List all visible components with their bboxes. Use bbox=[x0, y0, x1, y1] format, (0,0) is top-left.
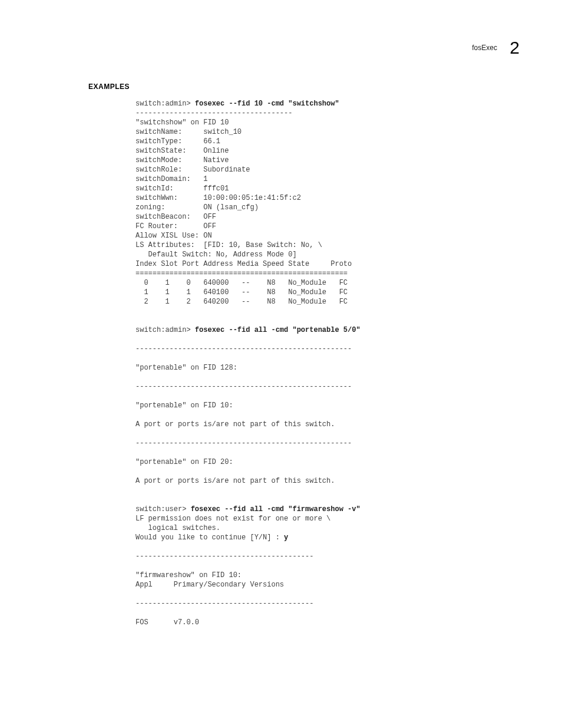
output-line: Would you like to continue [Y/N] : y bbox=[135, 533, 288, 542]
table-row: 2 1 2 640200 -- N8 No_Module FC bbox=[135, 298, 348, 306]
output-line: FOS v7.0.0 bbox=[135, 618, 199, 627]
table-header: Index Slot Port Address Media Speed Stat… bbox=[135, 260, 352, 268]
kv-row: switchRole: Subordinate bbox=[135, 166, 250, 174]
kv-row: FC Router: OFF bbox=[135, 222, 216, 230]
prompt: switch:user> bbox=[135, 505, 191, 513]
kv-row: switchType: 66.1 bbox=[135, 137, 220, 146]
command: fosexec --fid all -cmd "firmwareshow -v" bbox=[191, 505, 361, 513]
prompt: switch:admin> bbox=[135, 100, 195, 108]
prompt: switch:admin> bbox=[135, 326, 195, 334]
table-row: 1 1 1 640100 -- N8 No_Module FC bbox=[135, 288, 348, 297]
separator: ------------------------------------- bbox=[135, 109, 292, 117]
output-line: "portenable" on FID 128: bbox=[135, 364, 237, 372]
code-area: switch:admin> fosexec --fid 10 -cmd "swi… bbox=[135, 99, 501, 627]
kv-row: switchWwn: 10:00:00:05:1e:41:5f:c2 bbox=[135, 194, 301, 202]
kv-row: switchState: Online bbox=[135, 147, 229, 155]
header-title: fosExec bbox=[472, 44, 497, 52]
separator: ----------------------------------------… bbox=[135, 439, 352, 447]
output-line: A port or ports is/are not part of this … bbox=[135, 477, 335, 485]
example-block-1: switch:admin> fosexec --fid 10 -cmd "swi… bbox=[135, 99, 501, 307]
output-line: "portenable" on FID 20: bbox=[135, 458, 233, 466]
output-line: Default Switch: No, Address Mode 0] bbox=[135, 251, 297, 259]
kv-row: zoning: ON (lsan_cfg) bbox=[135, 203, 259, 212]
kv-row: Allow XISL Use: ON bbox=[135, 232, 212, 240]
example-block-2: switch:admin> fosexec --fid all -cmd "po… bbox=[135, 325, 501, 486]
kv-row: switchName: switch_10 bbox=[135, 128, 242, 136]
output-line: Appl Primary/Secondary Versions bbox=[135, 581, 284, 589]
output-line: "firmwareshow" on FID 10: bbox=[135, 571, 242, 579]
output-line: logical switches. bbox=[135, 524, 220, 532]
command: fosexec --fid all -cmd "portenable 5/0" bbox=[195, 326, 361, 334]
kv-row: switchMode: Native bbox=[135, 156, 229, 164]
output-line: "portenable" on FID 10: bbox=[135, 401, 233, 410]
command: fosexec --fid 10 -cmd "switchshow" bbox=[195, 100, 339, 108]
user-input: y bbox=[284, 533, 288, 542]
kv-row: switchId: fffc01 bbox=[135, 185, 229, 193]
separator: ----------------------------------------… bbox=[135, 599, 313, 608]
output-line: "switchshow" on FID 10 bbox=[135, 118, 229, 127]
separator: ----------------------------------------… bbox=[135, 345, 352, 353]
chapter-number: 2 bbox=[510, 38, 520, 57]
output-line: A port or ports is/are not part of this … bbox=[135, 420, 335, 429]
kv-row: switchDomain: 1 bbox=[135, 175, 207, 183]
output-line: LF permission does not exist for one or … bbox=[135, 515, 330, 523]
table-row: 0 1 0 640000 -- N8 No_Module FC bbox=[135, 279, 348, 287]
table-separator: ========================================… bbox=[135, 269, 348, 278]
example-block-3: switch:user> fosexec --fid all -cmd "fir… bbox=[135, 505, 501, 627]
output-line: LS Attributes: [FID: 10, Base Switch: No… bbox=[135, 241, 322, 249]
separator: ----------------------------------------… bbox=[135, 552, 313, 561]
separator: ----------------------------------------… bbox=[135, 383, 352, 391]
page-header: fosExec 2 bbox=[472, 34, 520, 54]
section-label: EXAMPLES bbox=[88, 83, 130, 91]
kv-row: switchBeacon: OFF bbox=[135, 213, 216, 221]
